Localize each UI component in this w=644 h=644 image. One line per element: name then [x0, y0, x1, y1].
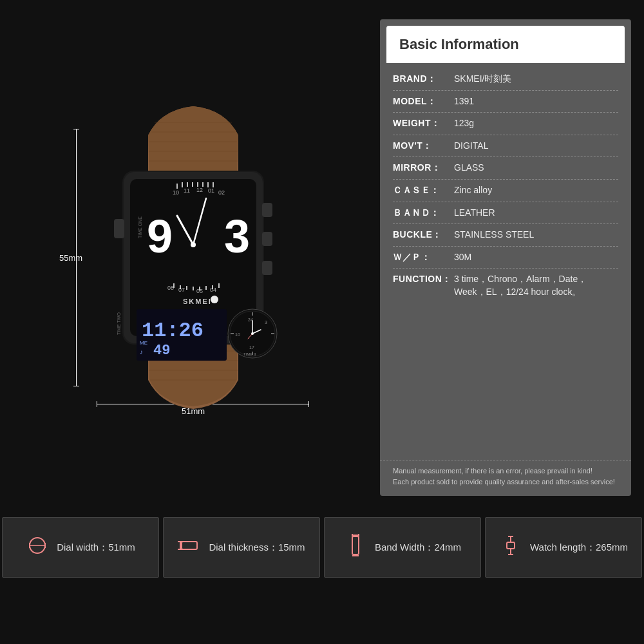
spec-label: Band Width：24mm: [375, 542, 461, 554]
svg-rect-78: [352, 536, 359, 554]
watch-container: 55mm 51mm: [58, 77, 328, 438]
note-line1: Manual measurement, if there is an error…: [393, 467, 592, 475]
info-val: LEATHER: [454, 207, 618, 220]
spec-cell-3: Watch length：265mm: [485, 517, 642, 578]
info-key: FUNCTION：: [393, 273, 454, 286]
svg-point-48: [211, 296, 218, 303]
info-val: 1391: [454, 95, 618, 108]
info-note: Manual measurement, if there is an error…: [380, 460, 631, 496]
svg-text:10: 10: [173, 189, 179, 196]
info-key: BUCKLE：: [393, 229, 454, 242]
band-width-icon: [344, 534, 367, 562]
info-key: WEIGHT：: [393, 117, 454, 130]
svg-text:ME: ME: [140, 340, 147, 346]
svg-text:TIME ONE: TIME ONE: [138, 216, 142, 238]
dial-width-icon: [26, 534, 49, 562]
spec-label: Dial width：51mm: [57, 542, 135, 554]
svg-text:04: 04: [210, 287, 216, 293]
spec-label: Watch length：265mm: [530, 542, 628, 554]
info-row: BUCKLE：STAINLESS STEEL: [393, 224, 618, 247]
info-val: Zinc alloy: [454, 184, 618, 197]
info-title: Basic Information: [386, 26, 625, 63]
spec-label: Dial thickness：15mm: [209, 542, 305, 554]
info-val: GLASS: [454, 162, 618, 175]
info-row: MIRROR：GLASS: [393, 157, 618, 180]
svg-text:3: 3: [224, 211, 250, 262]
svg-rect-14: [114, 219, 124, 238]
svg-text:01: 01: [208, 187, 214, 194]
svg-text:12: 12: [196, 187, 203, 193]
info-val: DIGITAL: [454, 140, 618, 153]
info-key: ＢＡＮＤ：: [393, 207, 454, 220]
info-row: ＣＡＳＥ：Zinc alloy: [393, 180, 618, 202]
spec-cell-1: Dial thickness：15mm: [163, 517, 320, 578]
info-key: MIRROR：: [393, 162, 454, 175]
info-row: Ｗ／Ｐ：30M: [393, 247, 618, 269]
info-panel: Basic Information BRAND：SKMEI/时刻美MODEL：1…: [380, 19, 631, 496]
svg-text:11: 11: [184, 187, 190, 194]
svg-point-46: [191, 242, 196, 247]
svg-rect-11: [262, 203, 272, 217]
info-key: MODEL：: [393, 95, 454, 108]
info-key: MOV'T：: [393, 140, 454, 153]
dial-thickness-icon: [178, 534, 201, 562]
main-content: 55mm 51mm: [0, 0, 644, 515]
info-key: Ｗ／Ｐ：: [393, 251, 454, 264]
watch-length-icon: [499, 534, 522, 562]
info-val: 30M: [454, 251, 618, 264]
svg-rect-12: [262, 232, 272, 246]
info-val: SKMEI/时刻美: [454, 73, 618, 86]
spec-cell-2: Band Width：24mm: [324, 517, 481, 578]
svg-rect-13: [262, 261, 272, 275]
svg-rect-74: [182, 542, 197, 549]
info-key: BRAND：: [393, 73, 454, 86]
svg-text:10: 10: [235, 332, 240, 337]
info-row: BRAND：SKMEI/时刻美: [393, 68, 618, 91]
svg-text:9: 9: [147, 211, 173, 262]
info-val: STAINLESS STEEL: [454, 229, 618, 242]
svg-text:TIME 3: TIME 3: [243, 352, 256, 356]
svg-text:08: 08: [167, 285, 174, 291]
svg-point-69: [251, 332, 254, 335]
svg-text:3: 3: [265, 320, 267, 325]
svg-text:02: 02: [218, 189, 225, 196]
info-row: ＢＡＮＤ：LEATHER: [393, 202, 618, 225]
watch-svg: TIME ONE 9 3 10 11: [77, 97, 309, 419]
info-row: MODEL：1391: [393, 91, 618, 113]
info-val: 123g: [454, 117, 618, 130]
spec-cell-0: Dial width：51mm: [2, 517, 159, 578]
info-row: MOV'T：DIGITAL: [393, 135, 618, 158]
note-line2: Each product sold to provide quality ass…: [393, 478, 615, 486]
info-key: ＣＡＳＥ：: [393, 184, 454, 197]
svg-text:17: 17: [249, 345, 254, 350]
watch-image: TIME ONE 9 3 10 11: [58, 77, 328, 438]
svg-text:TIME TWO: TIME TWO: [117, 312, 121, 335]
info-val: 3 time，Chrono，Alarm，Date，Week，EL，12/24 h…: [454, 273, 618, 298]
watch-section: 55mm 51mm: [13, 13, 374, 502]
specs-row: Dial width：51mm Dial thickness：15mm Band…: [0, 515, 644, 580]
info-row: FUNCTION：3 time，Chrono，Alarm，Date，Week，E…: [393, 269, 618, 303]
svg-text:49: 49: [153, 343, 170, 359]
svg-text:11:26: 11:26: [142, 319, 204, 343]
info-rows: BRAND：SKMEI/时刻美MODEL：1391WEIGHT：123gMOV'…: [380, 63, 631, 457]
svg-text:07: 07: [178, 287, 185, 293]
svg-text:♪: ♪: [140, 348, 143, 355]
info-row: WEIGHT：123g: [393, 113, 618, 135]
svg-text:SKMEI: SKMEI: [183, 298, 212, 305]
svg-rect-83: [507, 542, 515, 549]
